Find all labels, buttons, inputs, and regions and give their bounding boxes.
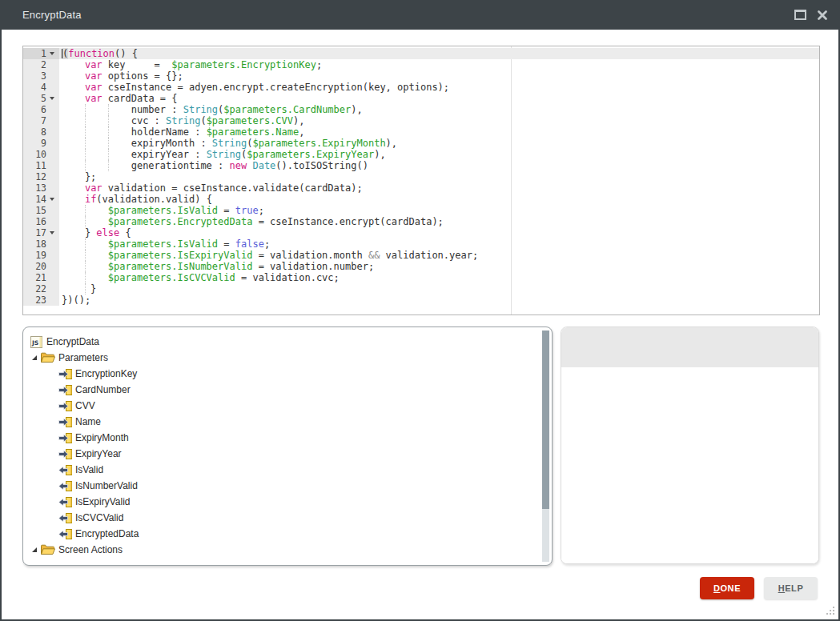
code-line[interactable]: 3 var options = {}; [23, 70, 819, 82]
code-text: }; [59, 171, 96, 182]
param-in-icon [58, 369, 72, 379]
tree-scrollbar-thumb[interactable] [542, 331, 549, 509]
code-line[interactable]: 14 if(validation.valid) { [23, 194, 819, 205]
line-number: 6 [23, 104, 46, 115]
code-line[interactable]: 15 $parameters.IsValid = true; [23, 205, 819, 216]
gutter-cell: 5 [23, 93, 59, 104]
code-token: String [183, 104, 218, 115]
code-text: $parameters.IsNumberValid = validation.n… [59, 261, 374, 272]
gutter-cell: 20 [23, 261, 59, 272]
code-token: cardData = { [102, 93, 178, 104]
encrypt-data-dialog: EncryptData 1(function() {2 var key = $p… [0, 0, 840, 621]
tree-item-expiryyear[interactable]: ExpiryYear [23, 446, 537, 462]
tree-item-name[interactable]: Name [23, 414, 537, 430]
fold-arrow-icon[interactable] [50, 231, 54, 234]
code-line[interactable]: 22 } [23, 283, 819, 294]
code-line[interactable]: 8 holderName : $parameters.Name, [23, 126, 819, 138]
code-line[interactable]: 1(function() { [23, 48, 819, 59]
indent-guide [108, 149, 109, 160]
code-line[interactable]: 21 $parameters.IsCVCValid = validation.c… [23, 272, 819, 283]
code-line[interactable]: 5 var cardData = { [23, 93, 819, 104]
help-button-label: HELP [764, 583, 818, 593]
tree-item-parameters[interactable]: Parameters [23, 350, 537, 366]
code-text: $parameters.IsValid = true; [59, 205, 264, 216]
code-token: cvc : [62, 115, 166, 126]
code-token: holderName : [62, 126, 207, 138]
indent-guide [85, 238, 86, 250]
tree-item-screen-actions[interactable]: Screen Actions [23, 542, 537, 558]
code-line[interactable]: 23})(); [23, 294, 819, 306]
tree-item-encryptdata[interactable]: JSEncryptData [23, 334, 537, 350]
maximize-button[interactable] [792, 7, 808, 23]
tree-scrollbar[interactable] [542, 331, 549, 562]
code-token [62, 70, 85, 82]
indent-guide [108, 138, 109, 149]
help-button[interactable]: HELP [764, 577, 818, 599]
window-title: EncryptData [0, 9, 82, 21]
done-button[interactable]: DONE [700, 577, 754, 599]
line-number: 13 [23, 182, 46, 194]
code-line[interactable]: 12 }; [23, 171, 819, 182]
code-line[interactable]: 10 expiryYear : String($parameters.Expir… [23, 149, 819, 160]
gutter-cell: 23 [23, 294, 59, 306]
resize-grip[interactable] [823, 606, 835, 616]
code-token: ().toISOString() [275, 160, 368, 171]
param-in-icon [58, 417, 72, 427]
code-line[interactable]: 20 $parameters.IsNumberValid = validatio… [23, 261, 819, 272]
tree-item-expirymonth[interactable]: ExpiryMonth [23, 430, 537, 446]
line-number: 19 [23, 250, 46, 261]
code-token: $parameters.CVV [207, 115, 293, 126]
code-token: $parameters.EncryptionKey [171, 59, 316, 70]
tree-item-isexpiryvalid[interactable]: IsExpiryValid [23, 494, 537, 510]
code-line[interactable]: 19 $parameters.IsExpiryValid = validatio… [23, 250, 819, 261]
code-line[interactable]: 4 var cseInstance = adyen.encrypt.create… [23, 82, 819, 93]
detail-panel-header [561, 327, 818, 367]
fold-arrow-icon[interactable] [50, 52, 54, 55]
indent-guide [85, 160, 86, 171]
detail-panel-body [561, 367, 818, 563]
gutter-cell: 1 [23, 48, 59, 59]
code-line[interactable]: 18 $parameters.IsValid = false; [23, 238, 819, 250]
code-token: $parameters.ExpiryMonth [252, 138, 385, 149]
code-text: number : String($parameters.CardNumber), [59, 104, 363, 115]
tree-item-cvv[interactable]: CVV [23, 398, 537, 414]
param-out-icon [58, 497, 72, 507]
gutter-cell: 15 [23, 205, 59, 216]
svg-text:JS: JS [31, 339, 38, 347]
tree-item-label: IsValid [75, 464, 103, 475]
tree-item-encrypteddata[interactable]: EncryptedData [23, 526, 537, 542]
code-line[interactable]: 7 cvc : String($parameters.CVV), [23, 115, 819, 126]
code-token: }; [62, 171, 96, 182]
code-line[interactable]: 9 expiryMonth : String($parameters.Expir… [23, 138, 819, 149]
code-token: function [68, 48, 115, 59]
code-token: = validation.number; [252, 261, 374, 272]
code-line[interactable]: 13 var validation = cseInstance.validate… [23, 182, 819, 194]
fold-arrow-icon[interactable] [50, 198, 54, 201]
code-text: expiryMonth : String($parameters.ExpiryM… [59, 138, 397, 149]
code-token: = cseInstance.encrypt(cardData); [252, 216, 443, 227]
code-text: $parameters.IsCVCValid = validation.cvc; [59, 272, 340, 283]
fold-arrow-icon[interactable] [50, 97, 54, 100]
close-button[interactable] [814, 7, 830, 23]
tree-item-cardnumber[interactable]: CardNumber [23, 382, 537, 398]
code-token: $parameters.IsExpiryValid [108, 250, 253, 261]
tree-item-iscvcvalid[interactable]: IsCVCValid [23, 510, 537, 526]
code-line[interactable]: 6 number : String($parameters.CardNumber… [23, 104, 819, 115]
param-in-icon [58, 385, 72, 395]
indent-guide [108, 160, 109, 171]
code-editor[interactable]: 1(function() {2 var key = $parameters.En… [22, 46, 820, 315]
line-number: 15 [23, 205, 46, 216]
code-text: holderName : $parameters.Name, [59, 126, 304, 138]
code-line[interactable]: 11 generationtime : new Date().toISOStri… [23, 160, 819, 171]
indent-guide [85, 250, 86, 261]
code-line[interactable]: 2 var key = $parameters.EncryptionKey; [23, 59, 819, 70]
expander-icon[interactable] [32, 355, 37, 360]
expander-icon[interactable] [32, 547, 37, 552]
tree-item-isnumbervalid[interactable]: IsNumberValid [23, 478, 537, 494]
code-token: $parameters.Name [207, 126, 299, 138]
code-line[interactable]: 16 $parameters.EncryptedData = cseInstan… [23, 216, 819, 227]
code-token: true [235, 205, 259, 216]
tree-item-isvalid[interactable]: IsValid [23, 462, 537, 478]
tree-item-encryptionkey[interactable]: EncryptionKey [23, 366, 537, 382]
code-line[interactable]: 17 } else { [23, 227, 819, 238]
